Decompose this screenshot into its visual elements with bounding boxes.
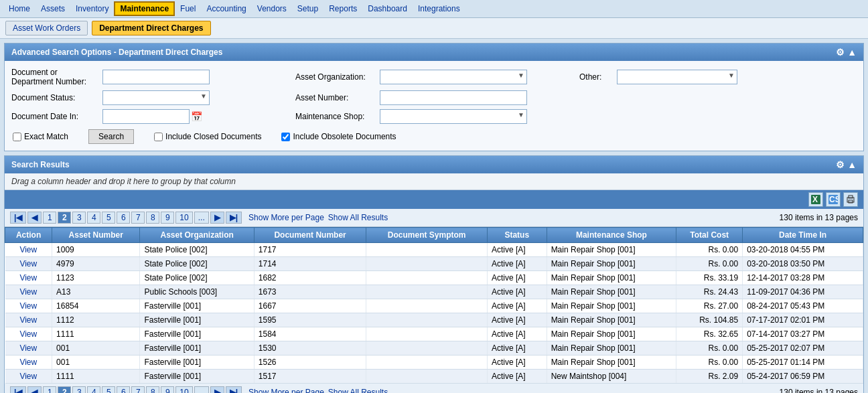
doc-status-select[interactable] xyxy=(102,90,210,105)
view-link[interactable]: View xyxy=(19,372,37,381)
page-8-btn[interactable]: 8 xyxy=(146,212,159,224)
doc-symptom-cell xyxy=(366,285,488,299)
page-2-btn-bottom[interactable]: 2 xyxy=(58,386,71,393)
nav-integrations[interactable]: Integrations xyxy=(413,2,465,15)
asset-org-cell: Fasterville [001] xyxy=(140,356,254,370)
include-closed-checkbox[interactable] xyxy=(154,133,163,141)
other-select[interactable] xyxy=(617,70,737,84)
page-6-btn-bottom[interactable]: 6 xyxy=(117,386,130,393)
page-3-btn[interactable]: 3 xyxy=(72,212,86,224)
page-1-btn-bottom[interactable]: 1 xyxy=(43,386,56,393)
view-link[interactable]: View xyxy=(19,329,37,339)
page-9-btn[interactable]: 9 xyxy=(161,212,174,224)
col-asset-number[interactable]: Asset Number xyxy=(52,228,140,243)
doc-number-cell: 1673 xyxy=(254,285,366,299)
col-total-cost[interactable]: Total Cost xyxy=(676,228,743,243)
prev-page-btn[interactable]: ◀ xyxy=(27,212,42,224)
page-9-btn-bottom[interactable]: 9 xyxy=(161,386,174,393)
exact-match-checkbox[interactable] xyxy=(13,133,21,141)
nav-fuel[interactable]: Fuel xyxy=(175,2,201,15)
nav-vendors[interactable]: Vendors xyxy=(252,2,292,15)
table-row: View 1123 State Police [002] 1682 Active… xyxy=(5,271,863,285)
page-4-btn[interactable]: 4 xyxy=(87,212,100,224)
show-all-link-bottom[interactable]: Show All Results xyxy=(328,388,388,393)
view-link[interactable]: View xyxy=(19,343,37,353)
col-status[interactable]: Status xyxy=(487,228,547,243)
results-collapse-icon[interactable]: ▲ xyxy=(847,159,857,170)
nav-inventory[interactable]: Inventory xyxy=(70,2,114,15)
page-10-btn-bottom[interactable]: 10 xyxy=(175,386,192,393)
asset-org-cell: Fasterville [001] xyxy=(140,313,254,327)
page-2-btn[interactable]: 2 xyxy=(58,212,71,224)
page-7-btn-bottom[interactable]: 7 xyxy=(131,386,145,393)
page-5-btn-bottom[interactable]: 5 xyxy=(102,386,115,393)
view-link[interactable]: View xyxy=(19,301,37,311)
search-panel-body: Document orDepartment Number: Asset Orga… xyxy=(5,61,863,151)
asset-number-cell: A13 xyxy=(52,285,140,299)
doc-date-wrap: 📅 xyxy=(102,109,202,124)
view-link[interactable]: View xyxy=(19,259,37,268)
subnav-dept-direct-charges[interactable]: Department Direct Charges xyxy=(92,21,210,35)
col-action[interactable]: Action xyxy=(5,228,52,243)
page-7-btn[interactable]: 7 xyxy=(131,212,145,224)
view-link[interactable]: View xyxy=(19,358,37,367)
doc-dept-input[interactable] xyxy=(102,70,210,84)
include-obsolete-checkbox[interactable] xyxy=(281,133,290,141)
collapse-icon[interactable]: ▲ xyxy=(847,47,857,58)
col-doc-number[interactable]: Document Number xyxy=(254,228,366,243)
page-5-btn[interactable]: 5 xyxy=(102,212,115,224)
page-8-btn-bottom[interactable]: 8 xyxy=(146,386,159,393)
view-link[interactable]: View xyxy=(19,315,37,325)
page-ellipsis-btn[interactable]: ... xyxy=(194,212,209,224)
doc-date-input[interactable] xyxy=(102,109,190,124)
doc-symptom-cell xyxy=(366,370,488,384)
last-page-btn-bottom[interactable]: ▶| xyxy=(226,386,242,393)
view-link[interactable]: View xyxy=(19,287,37,297)
maint-shop-select[interactable] xyxy=(380,109,527,124)
page-1-btn[interactable]: 1 xyxy=(43,212,56,224)
col-asset-org[interactable]: Asset Organization xyxy=(140,228,254,243)
view-link[interactable]: View xyxy=(19,273,37,283)
nav-assets[interactable]: Assets xyxy=(35,2,70,15)
col-date-time-in[interactable]: Date Time In xyxy=(743,228,863,243)
view-link[interactable]: View xyxy=(19,245,37,254)
table-row: View 1111 Fasterville [001] 1584 Active … xyxy=(5,327,863,341)
nav-reports[interactable]: Reports xyxy=(323,2,362,15)
gear-icon[interactable]: ⚙ xyxy=(836,47,845,58)
asset-org-select-wrap xyxy=(380,70,527,84)
last-page-btn[interactable]: ▶| xyxy=(226,212,242,224)
page-ellipsis-btn-bottom[interactable]: ... xyxy=(194,386,209,393)
show-all-link[interactable]: Show All Results xyxy=(328,213,388,222)
prev-page-btn-bottom[interactable]: ◀ xyxy=(27,386,42,393)
export-excel-icon[interactable]: X xyxy=(808,192,823,207)
status-cell: Active [A] xyxy=(487,370,547,384)
calendar-icon[interactable]: 📅 xyxy=(191,111,202,122)
page-3-btn-bottom[interactable]: 3 xyxy=(72,386,86,393)
subnav-asset-work-orders[interactable]: Asset Work Orders xyxy=(5,21,88,35)
show-more-link[interactable]: Show More per Page xyxy=(248,213,324,222)
page-6-btn[interactable]: 6 xyxy=(117,212,130,224)
action-cell: View xyxy=(5,356,52,370)
nav-accounting[interactable]: Accounting xyxy=(201,2,251,15)
next-page-btn[interactable]: ▶ xyxy=(210,212,224,224)
nav-maintenance[interactable]: Maintenance xyxy=(114,1,175,16)
asset-number-input[interactable] xyxy=(380,90,527,105)
print-icon[interactable] xyxy=(843,192,858,207)
show-links-bottom: Show More per Page Show All Results xyxy=(248,388,388,393)
col-doc-symptom[interactable]: Document Symptom xyxy=(366,228,488,243)
page-4-btn-bottom[interactable]: 4 xyxy=(87,386,100,393)
first-page-btn-bottom[interactable]: |◀ xyxy=(10,386,26,393)
search-button[interactable]: Search xyxy=(88,129,134,144)
next-page-btn-bottom[interactable]: ▶ xyxy=(210,386,224,393)
nav-dashboard[interactable]: Dashboard xyxy=(362,2,413,15)
date-time-cell: 07-17-2017 02:01 PM xyxy=(743,313,863,327)
nav-home[interactable]: Home xyxy=(3,2,35,15)
results-gear-icon[interactable]: ⚙ xyxy=(836,159,845,170)
nav-setup[interactable]: Setup xyxy=(292,2,323,15)
show-more-link-bottom[interactable]: Show More per Page xyxy=(248,388,324,393)
page-10-btn[interactable]: 10 xyxy=(175,212,192,224)
first-page-btn[interactable]: |◀ xyxy=(10,212,26,224)
col-maint-shop[interactable]: Maintenance Shop xyxy=(547,228,676,243)
export-csv-icon[interactable]: CSV xyxy=(826,192,841,207)
asset-org-select[interactable] xyxy=(380,70,527,84)
